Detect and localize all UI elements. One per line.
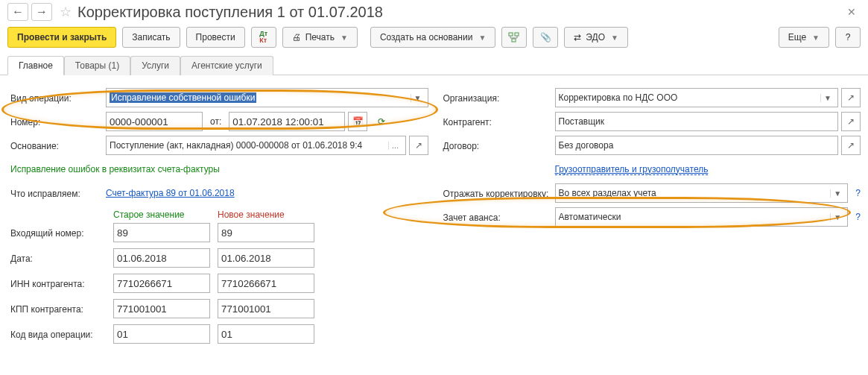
chevron-down-icon: ▼ (830, 213, 844, 221)
advance-label: Зачет аванса: (443, 211, 552, 223)
open-icon: ↗ (847, 116, 855, 127)
edo-button[interactable]: ⇄ ЭДО ▼ (564, 27, 628, 48)
printer-icon: 🖨 (292, 32, 301, 42)
from-label: от: (210, 116, 221, 127)
chevron-down-icon: ▼ (411, 94, 425, 102)
number-label: Номер: (10, 116, 103, 127)
svg-rect-2 (512, 39, 516, 42)
cmp-old-4[interactable] (113, 324, 210, 344)
contr-select[interactable]: Поставщик (555, 112, 839, 131)
page-title: Корректировка поступления 1 от 01.07.201… (77, 4, 383, 21)
green-hint: Исправление ошибок в реквизитах счета-фа… (10, 164, 220, 174)
paperclip-icon: 📎 (540, 32, 551, 42)
open-icon: ↗ (415, 140, 422, 151)
more-button[interactable]: Еще ▼ (779, 27, 829, 48)
nav-back-button[interactable]: ← (7, 3, 28, 21)
cmp-old-2[interactable] (113, 274, 210, 293)
cmp-new-3[interactable] (218, 299, 314, 318)
cmp-old-1[interactable] (113, 248, 210, 268)
calendar-icon: 📅 (352, 116, 364, 127)
contr-label: Контрагент: (443, 116, 552, 127)
ellipsis-icon: … (388, 142, 402, 150)
op-type-select[interactable]: Исправление собственной ошибки ▼ (106, 88, 428, 107)
cmp-new-1[interactable] (218, 248, 314, 268)
chevron-down-icon: ▼ (611, 34, 618, 42)
create-based-button[interactable]: Создать на основании ▼ (370, 27, 495, 48)
favorite-star-icon[interactable]: ☆ (60, 4, 72, 20)
date-field[interactable] (229, 112, 345, 131)
attach-button[interactable]: 📎 (533, 27, 558, 48)
chevron-down-icon: ▼ (478, 34, 486, 42)
chevron-down-icon: ▼ (340, 34, 348, 42)
save-button[interactable]: Записать (122, 27, 180, 48)
exchange-icon: ⇄ (574, 32, 581, 42)
reflect-select[interactable]: Во всех разделах учета ▼ (555, 183, 849, 203)
cmp-label-0: Входящий номер: (10, 227, 113, 239)
tabs: Главное Товары (1) Услуги Агентские услу… (0, 55, 868, 75)
cmp-old-3[interactable] (113, 299, 210, 318)
advance-select[interactable]: Автоматически ▼ (555, 207, 849, 227)
refresh-icon[interactable]: ⟳ (378, 116, 385, 127)
dt-kt-button[interactable]: ДтКт (251, 27, 276, 48)
close-icon[interactable]: ✕ (843, 3, 861, 21)
basis-open-button[interactable]: ↗ (409, 136, 428, 155)
reflect-label: Отражать корректировку: (443, 187, 552, 199)
nav-forward-button[interactable]: → (31, 3, 52, 21)
svg-rect-0 (509, 33, 513, 36)
tab-services[interactable]: Услуги (130, 56, 180, 75)
help-advance[interactable]: ? (855, 212, 861, 222)
svg-rect-1 (515, 33, 519, 36)
cmp-label-4: Код вида операции: (10, 328, 113, 340)
post-and-close-button[interactable]: Провести и закрыть (7, 27, 116, 48)
open-icon: ↗ (847, 140, 855, 151)
invoice-link[interactable]: Счет-фактура 89 от 01.06.2018 (106, 188, 235, 198)
cmp-old-0[interactable] (113, 223, 210, 242)
shipper-link[interactable]: Грузоотправитель и грузополучатель (555, 164, 709, 175)
org-open-button[interactable]: ↗ (841, 88, 861, 107)
number-field[interactable] (106, 112, 203, 131)
basis-select[interactable]: Поступление (акт, накладная) 0000-000008… (106, 136, 406, 155)
cmp-new-4[interactable] (218, 324, 314, 344)
chevron-down-icon: ▼ (820, 94, 834, 102)
tree-icon (508, 32, 520, 42)
dog-open-button[interactable]: ↗ (841, 136, 861, 155)
help-toolbar-button[interactable]: ? (835, 27, 861, 48)
basis-label: Основание: (10, 139, 103, 151)
structure-button[interactable] (501, 27, 527, 48)
op-type-label: Вид операции: (10, 92, 103, 104)
tab-main[interactable]: Главное (7, 56, 64, 75)
org-select[interactable]: Корректировка по НДС ООО ▼ (555, 88, 839, 107)
post-button[interactable]: Провести (186, 27, 245, 48)
cmp-new-0[interactable] (218, 223, 314, 242)
tab-agent[interactable]: Агентские услуги (180, 56, 273, 75)
dog-label: Договор: (443, 139, 552, 151)
cmp-label-1: Дата: (10, 252, 113, 264)
print-button[interactable]: 🖨 Печать ▼ (282, 27, 358, 48)
help-reflect[interactable]: ? (855, 188, 861, 198)
dog-select[interactable]: Без договора (555, 136, 839, 155)
chevron-down-icon: ▼ (830, 189, 844, 198)
fix-what-label: Что исправляем: (10, 187, 103, 199)
old-value-header: Старое значение (113, 209, 210, 220)
cmp-label-3: КПП контрагента: (10, 303, 113, 315)
contr-open-button[interactable]: ↗ (841, 112, 861, 131)
cmp-label-2: ИНН контрагента: (10, 277, 113, 289)
org-label: Организация: (443, 92, 552, 104)
tab-goods[interactable]: Товары (1) (64, 56, 130, 75)
new-value-header: Новое значение (218, 209, 314, 220)
calendar-button[interactable]: 📅 (348, 112, 367, 131)
open-icon: ↗ (847, 92, 855, 103)
cmp-new-2[interactable] (218, 274, 314, 293)
chevron-down-icon: ▼ (812, 34, 820, 42)
